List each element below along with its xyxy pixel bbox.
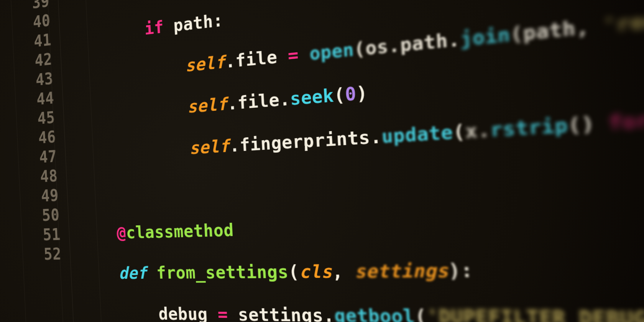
line-number: 50 — [10, 205, 60, 226]
line-number: 49 — [9, 186, 59, 207]
screen-photo: 3637383940414243444546474849505152 if pa… — [0, 0, 644, 322]
line-number: 47 — [7, 147, 57, 169]
line-number: 51 — [11, 225, 61, 245]
code-editor[interactable]: 3637383940414243444546474849505152 if pa… — [0, 0, 644, 322]
code-line[interactable]: debug = settings.getbool('DUPEFILTER_DEB… — [84, 303, 644, 322]
line-number: 52 — [12, 244, 62, 264]
line-number: 48 — [8, 166, 58, 188]
code-line[interactable]: @classmethod — [80, 198, 644, 244]
code-area[interactable]: if path: self.file = open(os.path.join(p… — [55, 0, 644, 322]
code-line[interactable]: def from_settings(cls, settings): — [82, 253, 644, 284]
line-number: 46 — [7, 127, 56, 150]
